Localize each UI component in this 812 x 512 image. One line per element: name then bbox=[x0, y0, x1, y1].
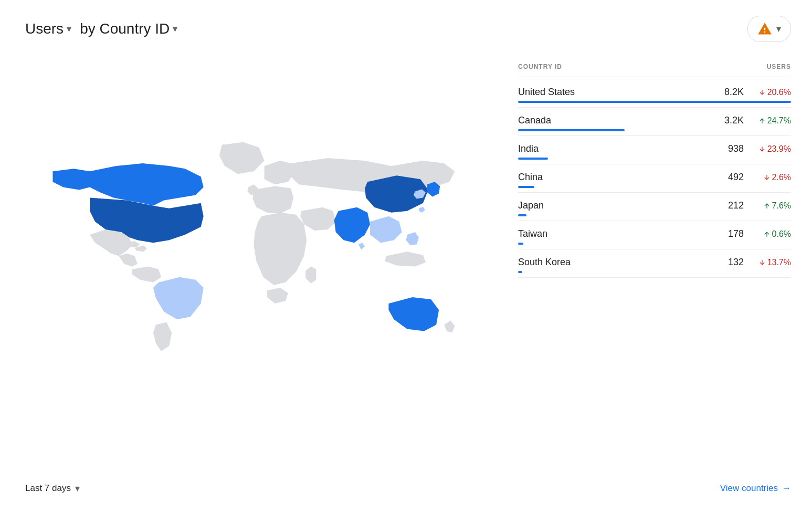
table-row: China 492 2.6% bbox=[518, 164, 791, 193]
alert-dropdown-arrow: ▾ bbox=[776, 23, 781, 35]
bar-container bbox=[518, 158, 791, 160]
country-name: Canada bbox=[518, 115, 712, 126]
metric-selector[interactable]: Users ▾ bbox=[21, 18, 76, 39]
bar bbox=[518, 158, 548, 160]
table-header: COUNTRY ID USERS bbox=[518, 63, 791, 77]
country-name: South Korea bbox=[518, 257, 712, 268]
bar-container bbox=[518, 101, 791, 103]
map-area bbox=[21, 58, 497, 465]
dimension-label: by Country ID bbox=[80, 20, 170, 37]
bar-container bbox=[518, 214, 791, 216]
world-map bbox=[21, 58, 497, 465]
table-row: Taiwan 178 0.6% bbox=[518, 221, 791, 249]
users-count: 3.2K bbox=[712, 115, 744, 126]
country-name: Taiwan bbox=[518, 228, 712, 239]
table-row: United States 8.2K 20.6% bbox=[518, 79, 791, 108]
metric-label: Users bbox=[25, 20, 64, 37]
country-name: India bbox=[518, 143, 712, 154]
table-row: South Korea 132 13.7% bbox=[518, 249, 791, 278]
change-indicator: 7.6% bbox=[749, 201, 791, 211]
col-country-header: COUNTRY ID bbox=[518, 63, 728, 70]
country-name: Japan bbox=[518, 200, 712, 211]
bar-container bbox=[518, 129, 791, 131]
bar-container bbox=[518, 243, 791, 245]
time-dropdown-arrow: ▾ bbox=[75, 483, 80, 494]
view-countries-label: View countries bbox=[720, 483, 778, 494]
dashboard-container: Users ▾ by Country ID ▾ ▾ bbox=[0, 0, 812, 512]
table-rows: United States 8.2K 20.6% Canada 3.2K 24.… bbox=[518, 79, 791, 278]
users-count: 132 bbox=[712, 257, 744, 268]
table-area: COUNTRY ID USERS United States 8.2K 20.6… bbox=[518, 58, 791, 465]
table-row: Canada 3.2K 24.7% bbox=[518, 108, 791, 136]
table-row: India 938 23.9% bbox=[518, 136, 791, 164]
view-countries-link[interactable]: View countries → bbox=[720, 483, 791, 494]
change-indicator: 20.6% bbox=[749, 88, 791, 97]
col-users-header: USERS bbox=[728, 63, 791, 70]
bar bbox=[518, 186, 534, 188]
users-count: 178 bbox=[712, 228, 744, 239]
header: Users ▾ by Country ID ▾ ▾ bbox=[21, 16, 791, 42]
bar-container bbox=[518, 271, 791, 273]
table-row: Japan 212 7.6% bbox=[518, 193, 791, 221]
alert-triangle-icon bbox=[757, 22, 772, 36]
dimension-selector[interactable]: by Country ID ▾ bbox=[76, 18, 182, 39]
bar bbox=[518, 214, 526, 216]
dimension-dropdown-arrow: ▾ bbox=[173, 23, 177, 35]
time-range-selector[interactable]: Last 7 days ▾ bbox=[21, 480, 84, 496]
view-countries-arrow: → bbox=[782, 483, 791, 494]
change-indicator: 24.7% bbox=[749, 116, 791, 126]
bar bbox=[518, 271, 522, 273]
users-count: 492 bbox=[712, 172, 744, 183]
users-count: 8.2K bbox=[712, 87, 744, 98]
bar-container bbox=[518, 186, 791, 188]
users-count: 212 bbox=[712, 200, 744, 211]
country-name: China bbox=[518, 172, 712, 183]
bar bbox=[518, 243, 523, 245]
users-count: 938 bbox=[712, 143, 744, 154]
bar bbox=[518, 101, 791, 103]
time-range-label: Last 7 days bbox=[25, 483, 71, 494]
change-indicator: 2.6% bbox=[749, 173, 791, 182]
alert-button[interactable]: ▾ bbox=[747, 16, 791, 42]
metric-dropdown-arrow: ▾ bbox=[67, 23, 71, 35]
change-indicator: 13.7% bbox=[749, 258, 791, 267]
footer: Last 7 days ▾ View countries → bbox=[21, 475, 791, 496]
change-indicator: 0.6% bbox=[749, 229, 791, 239]
country-name: United States bbox=[518, 87, 712, 98]
change-indicator: 23.9% bbox=[749, 144, 791, 154]
header-left: Users ▾ by Country ID ▾ bbox=[21, 18, 182, 39]
main-content: COUNTRY ID USERS United States 8.2K 20.6… bbox=[21, 58, 791, 465]
bar bbox=[518, 129, 625, 131]
